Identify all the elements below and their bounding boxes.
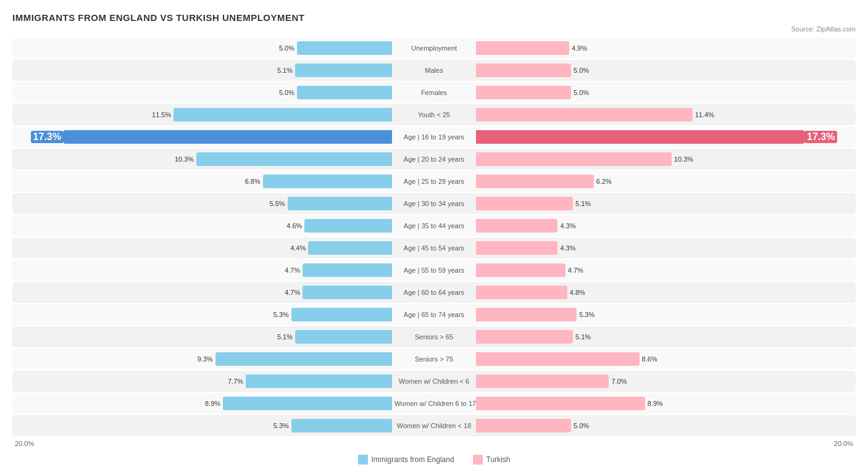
bar-label: Seniors > 65 <box>392 333 477 341</box>
chart-container: IMMIGRANTS FROM ENGLAND VS TURKISH UNEMP… <box>0 0 868 467</box>
left-value: 5.5% <box>265 200 285 207</box>
left-value: 4.7% <box>280 267 300 274</box>
left-value: 10.3% <box>174 155 194 163</box>
left-value: 6.8% <box>241 178 261 185</box>
left-value: 17.3% <box>31 131 64 143</box>
blue-bar <box>215 352 392 366</box>
left-value: 8.9% <box>201 400 220 407</box>
bar-label: Age | 55 to 59 years <box>392 267 477 274</box>
left-value: 9.3% <box>193 355 213 363</box>
pink-bar <box>476 197 573 210</box>
pink-bar <box>476 41 569 55</box>
bar-row: 4.7% Age | 55 to 59 years 4.7% <box>12 260 856 281</box>
right-value: 5.1% <box>575 333 595 341</box>
left-section: 9.3% <box>12 352 392 366</box>
pink-bar <box>476 175 594 188</box>
left-value: 7.7% <box>223 378 243 385</box>
left-section: 5.3% <box>12 419 392 432</box>
blue-bar <box>295 330 392 344</box>
right-value: 4.3% <box>560 222 580 229</box>
left-section: 5.1% <box>12 330 392 344</box>
left-section: 8.9% <box>12 397 392 410</box>
pink-bar <box>476 330 573 344</box>
left-section: 6.8% <box>12 175 392 188</box>
pink-bar <box>476 352 639 366</box>
right-section: 5.1% <box>476 330 856 344</box>
right-value: 7.0% <box>611 378 631 385</box>
bar-row: 5.0% Females 5.0% <box>12 82 856 103</box>
right-value: 17.3% <box>804 131 837 143</box>
bar-row: 5.3% Women w/ Children < 18 5.0% <box>12 415 856 436</box>
bar-label: Age | 35 to 44 years <box>392 222 477 229</box>
x-axis-row: 20.0% 20.0% <box>12 437 856 450</box>
right-section: 7.0% <box>476 374 856 388</box>
blue-bar <box>223 397 392 410</box>
blue-bar <box>295 64 392 77</box>
bar-label: Women w/ Children < 18 <box>392 422 477 429</box>
left-value: 11.5% <box>151 111 171 118</box>
bar-row: 17.3% Age | 16 to 19 years 17.3% <box>12 126 856 147</box>
right-section: 11.4% <box>476 108 856 122</box>
left-section: 4.7% <box>12 263 392 277</box>
blue-bar <box>304 219 391 233</box>
chart-title: IMMIGRANTS FROM ENGLAND VS TURKISH UNEMP… <box>12 12 856 23</box>
legend-england-label: Immigrants from England <box>372 455 454 464</box>
bar-label: Age | 30 to 34 years <box>392 200 477 207</box>
x-axis-right-label: 20.0% <box>834 440 853 447</box>
left-value: 4.4% <box>286 244 306 252</box>
legend: Immigrants from England Turkish <box>12 455 856 465</box>
legend-england: Immigrants from England <box>358 455 454 465</box>
legend-turkish-color <box>473 455 483 465</box>
blue-bar <box>291 419 392 432</box>
blue-bar <box>297 41 392 55</box>
right-section: 10.3% <box>476 152 856 166</box>
left-value: 5.0% <box>275 44 294 52</box>
bar-label: Age | 60 to 64 years <box>392 289 477 296</box>
left-section: 7.7% <box>12 374 392 388</box>
bar-label: Females <box>392 89 477 96</box>
bar-label: Males <box>392 67 477 74</box>
pink-bar <box>476 308 577 321</box>
right-section: 4.8% <box>476 286 856 299</box>
pink-bar <box>476 219 557 233</box>
right-value: 11.4% <box>695 111 715 118</box>
blue-bar <box>263 175 392 188</box>
left-section: 5.1% <box>12 64 392 77</box>
bar-label: Youth < 25 <box>392 111 477 118</box>
bar-row: 8.9% Women w/ Children 6 to 17 8.9% <box>12 393 856 414</box>
right-value: 5.1% <box>575 200 595 207</box>
left-section: 5.5% <box>12 197 392 210</box>
pink-bar <box>476 130 804 144</box>
x-axis-left: 20.0% <box>12 440 392 447</box>
chart-area: 5.0% Unemployment 4.9% 5.1% Males 5.0% 5… <box>12 38 856 436</box>
bar-label: Age | 16 to 19 years <box>392 133 477 141</box>
left-section: 4.7% <box>12 286 392 299</box>
left-section: 11.5% <box>12 108 392 122</box>
left-section: 5.0% <box>12 41 392 55</box>
pink-bar <box>476 397 645 410</box>
left-value: 5.3% <box>269 422 289 429</box>
bar-row: 5.3% Age | 65 to 74 years 5.3% <box>12 304 856 325</box>
pink-bar <box>476 374 609 388</box>
pink-bar <box>476 152 672 166</box>
right-section: 17.3% <box>476 130 856 144</box>
left-section: 5.0% <box>12 86 392 99</box>
pink-bar <box>476 419 571 432</box>
left-section: 4.6% <box>12 219 392 233</box>
left-value: 5.1% <box>273 67 293 74</box>
bar-row: 6.8% Age | 25 to 29 years 6.2% <box>12 171 856 192</box>
blue-bar <box>196 152 392 166</box>
right-value: 4.8% <box>570 289 590 296</box>
left-section: 10.3% <box>12 152 392 166</box>
pink-bar <box>476 108 692 122</box>
blue-bar <box>308 241 391 255</box>
bar-row: 5.1% Seniors > 65 5.1% <box>12 326 856 347</box>
bar-label: Unemployment <box>392 44 477 52</box>
right-value: 8.9% <box>648 400 667 407</box>
legend-turkish-label: Turkish <box>486 455 511 464</box>
bar-label: Women w/ Children < 6 <box>392 378 477 385</box>
right-section: 4.7% <box>476 263 856 277</box>
bar-row: 4.7% Age | 60 to 64 years 4.8% <box>12 282 856 303</box>
right-section: 5.1% <box>476 197 856 210</box>
right-section: 5.3% <box>476 308 856 321</box>
